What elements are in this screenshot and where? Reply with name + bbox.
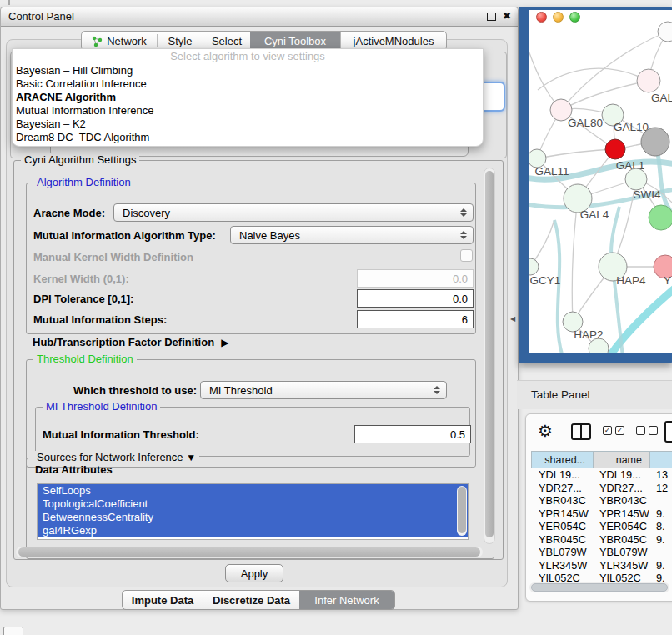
aracne-mode-select[interactable]: Discovery: [113, 203, 474, 222]
zoom-traffic-light-icon[interactable]: [569, 12, 580, 22]
list-scrollbar[interactable]: [457, 486, 467, 536]
scrollbar-thumb[interactable]: [458, 487, 466, 533]
floating-panel-icon[interactable]: [3, 627, 23, 635]
mi-type-label: Mutual Information Algorithm Type:: [33, 229, 216, 242]
network-node[interactable]: [658, 22, 672, 42]
scrollbar-thumb[interactable]: [485, 171, 494, 538]
table-cell[interactable]: 9.: [650, 533, 672, 547]
table-cell[interactable]: YBR045C: [594, 533, 650, 547]
sources-collapser[interactable]: Sources for Network Inference ▼: [33, 451, 199, 464]
attribute-item[interactable]: BetweennessCentrality: [38, 511, 468, 524]
column-header-name[interactable]: name: [594, 451, 650, 468]
columns-icon[interactable]: [571, 423, 591, 440]
network-node-gal[interactable]: [637, 69, 660, 92]
network-node[interactable]: [649, 205, 672, 230]
gear-icon[interactable]: ⚙: [538, 421, 553, 441]
deselect-all-icon[interactable]: [636, 426, 658, 435]
table-cell[interactable]: 13: [650, 468, 672, 482]
algorithm-option[interactable]: Dream8 DC_TDC Algorithm: [13, 131, 483, 144]
table-panel-bar: Table Panel: [517, 380, 672, 409]
minimize-traffic-light-icon[interactable]: [553, 12, 564, 22]
table-horizontal-scrollbar[interactable]: [529, 582, 669, 592]
algorithm-option[interactable]: Basic Correlation Inference: [13, 78, 483, 91]
select-all-icon[interactable]: ✓ ✓: [603, 426, 624, 435]
table-cell[interactable]: YER054C: [531, 520, 594, 533]
dpi-tolerance-input[interactable]: [357, 289, 474, 308]
tab-discretize-data[interactable]: Discretize Data: [203, 591, 299, 609]
table-cell[interactable]: YIL052C: [594, 572, 650, 582]
settings-vertical-scrollbar[interactable]: [484, 168, 495, 544]
tab-impute-data[interactable]: Impute Data: [123, 591, 203, 609]
tab-label: Infer Network: [314, 594, 379, 607]
algorithm-option[interactable]: Mutual Information Inference: [13, 104, 483, 118]
table-cell[interactable]: YER054C: [594, 520, 650, 533]
table-cell[interactable]: 8.: [650, 520, 672, 533]
document-icon[interactable]: [664, 421, 672, 442]
table-cell[interactable]: [650, 494, 672, 508]
table-cell[interactable]: YDR27...: [594, 482, 650, 495]
close-traffic-light-icon[interactable]: [536, 12, 547, 22]
group-title: Cyni Algorithm Settings: [21, 153, 139, 167]
tab-network[interactable]: Network: [82, 32, 157, 50]
table-panel-window: ⚙ ✓ ✓ shared... name YDL19...YDL19...13Y…: [525, 413, 672, 602]
mi-algorithm-type-select[interactable]: Naive Bayes: [230, 226, 474, 244]
data-attributes-list[interactable]: SelfLoopsTopologicalCoefficientBetweenne…: [37, 483, 469, 540]
scrollbar-thumb[interactable]: [531, 583, 668, 592]
attribute-item[interactable]: gal4RGexp: [38, 524, 468, 538]
table-cell[interactable]: YBL079W: [594, 546, 650, 559]
manual-kernel-checkbox[interactable]: [460, 249, 473, 262]
table-cell[interactable]: YDL19...: [594, 468, 650, 482]
algorithm-option[interactable]: Bayesian – K2: [13, 118, 483, 131]
network-node-swi4[interactable]: [625, 168, 647, 190]
window-controls: [536, 12, 580, 22]
table-cell[interactable]: YLR345W: [594, 559, 650, 572]
network-canvas[interactable]: GALGAL80GAL10GAL1GAL11SWI4GAL4GCY1HAP4YH…: [529, 10, 672, 353]
table-cell[interactable]: YBR043C: [594, 494, 650, 508]
scrollbar-thumb[interactable]: [18, 548, 480, 557]
table-cell[interactable]: 9.: [650, 508, 672, 521]
mi-steps-input[interactable]: [357, 310, 474, 328]
tab-label: jActiveMNodules: [354, 35, 434, 48]
table-row: YBR043CYBR043C: [531, 494, 672, 508]
table-cell[interactable]: YBR043C: [531, 494, 594, 508]
tab-select[interactable]: Select: [203, 32, 250, 50]
network-node[interactable]: [641, 128, 669, 156]
hub-definition-expander[interactable]: Hub/Transcription Factor Definition ▶: [33, 336, 228, 348]
close-icon[interactable]: ✖: [503, 10, 511, 22]
threshold-select[interactable]: MI Threshold: [200, 381, 447, 399]
table-cell[interactable]: 12: [650, 482, 672, 495]
table-cell[interactable]: YDL19...: [531, 468, 594, 482]
table-cell[interactable]: YLR345W: [531, 559, 594, 572]
table-cell[interactable]: YPR145W: [531, 508, 594, 521]
attribute-item[interactable]: SelfLoops: [38, 484, 468, 498]
table-cell[interactable]: 9.: [650, 572, 672, 582]
column-header-clipped[interactable]: [650, 451, 672, 468]
table-cell[interactable]: YIL052C: [531, 572, 594, 582]
hub-definition-label: Hub/Transcription Factor Definition: [33, 336, 214, 348]
network-icon: [92, 36, 103, 47]
tab-style[interactable]: Style: [158, 32, 203, 50]
network-node-gal1[interactable]: [605, 139, 625, 159]
network-node-gcy1[interactable]: [529, 258, 539, 275]
table-cell[interactable]: YDR27...: [531, 482, 594, 495]
table-cell[interactable]: YBR045C: [531, 533, 594, 547]
panel-collapse-icon[interactable]: ◀: [510, 315, 515, 322]
tab-jactivemnodules[interactable]: jActiveMNodules: [340, 32, 446, 50]
table-cell[interactable]: 9.: [650, 559, 672, 572]
settings-horizontal-scrollbar[interactable]: [16, 547, 483, 558]
attribute-item[interactable]: TopologicalCoefficient: [38, 498, 468, 511]
cyni-bottom-tabbar: Impute Data Discretize Data Infer Networ…: [122, 590, 395, 610]
mi-threshold-input[interactable]: [354, 425, 471, 443]
table-cell[interactable]: [650, 546, 672, 559]
table-cell[interactable]: YPR145W: [594, 508, 650, 521]
algorithm-option-selected[interactable]: ARACNE Algorithm: [13, 91, 483, 104]
tab-infer-network[interactable]: Infer Network: [299, 591, 394, 609]
tab-cyni-toolbox[interactable]: Cyni Toolbox: [250, 32, 340, 50]
algorithm-option[interactable]: Bayesian – Hill Climbing: [13, 64, 483, 78]
dpi-tolerance-label: DPI Tolerance [0,1]:: [33, 292, 133, 305]
apply-button[interactable]: Apply: [225, 564, 283, 582]
spinner-arrows-icon: [460, 208, 467, 217]
table-cell[interactable]: YBL079W: [531, 546, 594, 559]
column-header-shared-name[interactable]: shared...: [531, 451, 594, 468]
float-window-icon[interactable]: [487, 12, 496, 21]
